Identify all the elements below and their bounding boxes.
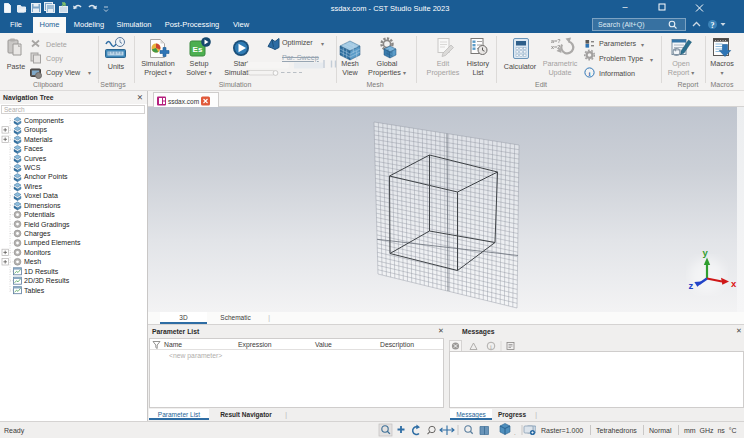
svg-text:z: z (689, 280, 694, 291)
svg-text:.: . (514, 430, 516, 436)
svg-text:Field Gradings: Field Gradings (24, 221, 70, 229)
svg-text:Lumped Elements: Lumped Elements (24, 239, 81, 247)
svg-text:–: – (622, 2, 627, 12)
svg-text:Potentials: Potentials (24, 211, 55, 218)
svg-text:Mesh: Mesh (24, 258, 41, 265)
svg-text:Tables: Tables (24, 287, 45, 294)
svg-text:Monitors: Monitors (24, 249, 51, 256)
svg-text:WCS: WCS (24, 164, 41, 171)
svg-text:Faces: Faces (24, 145, 44, 152)
svg-text:1D Results: 1D Results (24, 268, 59, 275)
svg-text:Anchor Points: Anchor Points (24, 173, 68, 180)
svg-text:Curves: Curves (24, 155, 47, 162)
svg-text:Charges: Charges (24, 230, 51, 238)
svg-text:ssdax.com - CST Studio Suite 2: ssdax.com - CST Studio Suite 2023 (331, 4, 450, 13)
svg-text:Voxel Data: Voxel Data (24, 192, 58, 199)
svg-text:Dimensions: Dimensions (24, 202, 61, 209)
svg-text:y: y (703, 247, 709, 258)
svg-text:Wires: Wires (24, 183, 42, 190)
svg-text:?: ? (711, 21, 715, 30)
svg-text:2D/3D Results: 2D/3D Results (24, 277, 70, 284)
svg-text:Components: Components (24, 117, 64, 125)
svg-text:Materials: Materials (24, 136, 53, 143)
svg-text:i: i (490, 343, 492, 350)
svg-text:Groups: Groups (24, 126, 47, 134)
svg-text:x: x (731, 278, 737, 289)
